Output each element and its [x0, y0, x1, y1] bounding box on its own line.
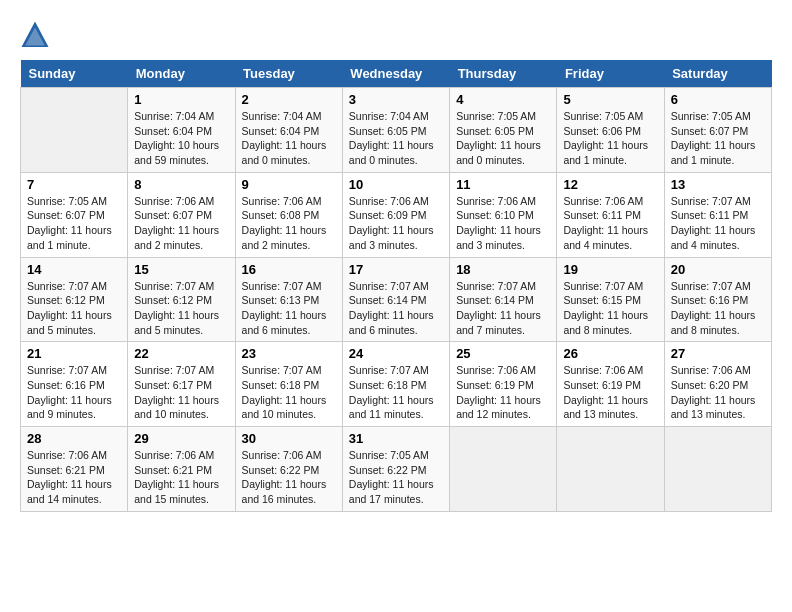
day-info: Sunrise: 7:07 AM Sunset: 6:16 PM Dayligh…	[671, 279, 765, 338]
day-info: Sunrise: 7:06 AM Sunset: 6:22 PM Dayligh…	[242, 448, 336, 507]
calendar-week-row: 21Sunrise: 7:07 AM Sunset: 6:16 PM Dayli…	[21, 342, 772, 427]
calendar-cell: 6Sunrise: 7:05 AM Sunset: 6:07 PM Daylig…	[664, 88, 771, 173]
day-number: 31	[349, 431, 443, 446]
day-number: 6	[671, 92, 765, 107]
calendar-cell: 1Sunrise: 7:04 AM Sunset: 6:04 PM Daylig…	[128, 88, 235, 173]
calendar-cell: 29Sunrise: 7:06 AM Sunset: 6:21 PM Dayli…	[128, 427, 235, 512]
day-number: 2	[242, 92, 336, 107]
header-thursday: Thursday	[450, 60, 557, 88]
calendar-cell: 8Sunrise: 7:06 AM Sunset: 6:07 PM Daylig…	[128, 172, 235, 257]
day-info: Sunrise: 7:06 AM Sunset: 6:10 PM Dayligh…	[456, 194, 550, 253]
calendar-cell: 18Sunrise: 7:07 AM Sunset: 6:14 PM Dayli…	[450, 257, 557, 342]
day-info: Sunrise: 7:06 AM Sunset: 6:20 PM Dayligh…	[671, 363, 765, 422]
day-info: Sunrise: 7:07 AM Sunset: 6:12 PM Dayligh…	[27, 279, 121, 338]
day-info: Sunrise: 7:06 AM Sunset: 6:19 PM Dayligh…	[563, 363, 657, 422]
calendar-cell: 9Sunrise: 7:06 AM Sunset: 6:08 PM Daylig…	[235, 172, 342, 257]
header-monday: Monday	[128, 60, 235, 88]
day-info: Sunrise: 7:05 AM Sunset: 6:07 PM Dayligh…	[671, 109, 765, 168]
calendar-cell: 22Sunrise: 7:07 AM Sunset: 6:17 PM Dayli…	[128, 342, 235, 427]
day-info: Sunrise: 7:05 AM Sunset: 6:07 PM Dayligh…	[27, 194, 121, 253]
calendar-week-row: 7Sunrise: 7:05 AM Sunset: 6:07 PM Daylig…	[21, 172, 772, 257]
calendar-week-row: 28Sunrise: 7:06 AM Sunset: 6:21 PM Dayli…	[21, 427, 772, 512]
calendar-cell: 27Sunrise: 7:06 AM Sunset: 6:20 PM Dayli…	[664, 342, 771, 427]
calendar-cell: 28Sunrise: 7:06 AM Sunset: 6:21 PM Dayli…	[21, 427, 128, 512]
day-number: 20	[671, 262, 765, 277]
calendar-cell: 4Sunrise: 7:05 AM Sunset: 6:05 PM Daylig…	[450, 88, 557, 173]
calendar-cell: 12Sunrise: 7:06 AM Sunset: 6:11 PM Dayli…	[557, 172, 664, 257]
calendar-week-row: 1Sunrise: 7:04 AM Sunset: 6:04 PM Daylig…	[21, 88, 772, 173]
calendar-cell: 16Sunrise: 7:07 AM Sunset: 6:13 PM Dayli…	[235, 257, 342, 342]
calendar-cell: 23Sunrise: 7:07 AM Sunset: 6:18 PM Dayli…	[235, 342, 342, 427]
day-info: Sunrise: 7:06 AM Sunset: 6:19 PM Dayligh…	[456, 363, 550, 422]
day-number: 25	[456, 346, 550, 361]
day-info: Sunrise: 7:07 AM Sunset: 6:11 PM Dayligh…	[671, 194, 765, 253]
calendar-cell: 25Sunrise: 7:06 AM Sunset: 6:19 PM Dayli…	[450, 342, 557, 427]
day-number: 24	[349, 346, 443, 361]
day-number: 10	[349, 177, 443, 192]
day-number: 15	[134, 262, 228, 277]
calendar-cell: 5Sunrise: 7:05 AM Sunset: 6:06 PM Daylig…	[557, 88, 664, 173]
day-number: 29	[134, 431, 228, 446]
calendar-cell: 11Sunrise: 7:06 AM Sunset: 6:10 PM Dayli…	[450, 172, 557, 257]
day-number: 18	[456, 262, 550, 277]
calendar-cell: 31Sunrise: 7:05 AM Sunset: 6:22 PM Dayli…	[342, 427, 449, 512]
day-number: 17	[349, 262, 443, 277]
day-number: 27	[671, 346, 765, 361]
header-saturday: Saturday	[664, 60, 771, 88]
day-number: 4	[456, 92, 550, 107]
day-info: Sunrise: 7:06 AM Sunset: 6:08 PM Dayligh…	[242, 194, 336, 253]
page-header	[20, 20, 772, 50]
day-info: Sunrise: 7:04 AM Sunset: 6:04 PM Dayligh…	[242, 109, 336, 168]
calendar-cell	[21, 88, 128, 173]
day-number: 19	[563, 262, 657, 277]
calendar-cell: 15Sunrise: 7:07 AM Sunset: 6:12 PM Dayli…	[128, 257, 235, 342]
day-number: 9	[242, 177, 336, 192]
day-info: Sunrise: 7:04 AM Sunset: 6:04 PM Dayligh…	[134, 109, 228, 168]
day-info: Sunrise: 7:04 AM Sunset: 6:05 PM Dayligh…	[349, 109, 443, 168]
day-info: Sunrise: 7:07 AM Sunset: 6:18 PM Dayligh…	[349, 363, 443, 422]
calendar-cell: 10Sunrise: 7:06 AM Sunset: 6:09 PM Dayli…	[342, 172, 449, 257]
calendar-cell: 3Sunrise: 7:04 AM Sunset: 6:05 PM Daylig…	[342, 88, 449, 173]
day-info: Sunrise: 7:07 AM Sunset: 6:17 PM Dayligh…	[134, 363, 228, 422]
day-number: 13	[671, 177, 765, 192]
day-info: Sunrise: 7:07 AM Sunset: 6:14 PM Dayligh…	[349, 279, 443, 338]
calendar-cell: 20Sunrise: 7:07 AM Sunset: 6:16 PM Dayli…	[664, 257, 771, 342]
day-info: Sunrise: 7:06 AM Sunset: 6:09 PM Dayligh…	[349, 194, 443, 253]
day-info: Sunrise: 7:07 AM Sunset: 6:12 PM Dayligh…	[134, 279, 228, 338]
day-number: 22	[134, 346, 228, 361]
calendar-header-row: SundayMondayTuesdayWednesdayThursdayFrid…	[21, 60, 772, 88]
calendar-cell: 2Sunrise: 7:04 AM Sunset: 6:04 PM Daylig…	[235, 88, 342, 173]
calendar-cell: 7Sunrise: 7:05 AM Sunset: 6:07 PM Daylig…	[21, 172, 128, 257]
calendar-cell	[664, 427, 771, 512]
day-number: 28	[27, 431, 121, 446]
logo-icon	[20, 20, 50, 50]
day-info: Sunrise: 7:07 AM Sunset: 6:14 PM Dayligh…	[456, 279, 550, 338]
calendar-cell: 13Sunrise: 7:07 AM Sunset: 6:11 PM Dayli…	[664, 172, 771, 257]
day-info: Sunrise: 7:07 AM Sunset: 6:18 PM Dayligh…	[242, 363, 336, 422]
calendar-table: SundayMondayTuesdayWednesdayThursdayFrid…	[20, 60, 772, 512]
day-info: Sunrise: 7:07 AM Sunset: 6:13 PM Dayligh…	[242, 279, 336, 338]
day-info: Sunrise: 7:06 AM Sunset: 6:11 PM Dayligh…	[563, 194, 657, 253]
day-info: Sunrise: 7:05 AM Sunset: 6:05 PM Dayligh…	[456, 109, 550, 168]
calendar-cell: 26Sunrise: 7:06 AM Sunset: 6:19 PM Dayli…	[557, 342, 664, 427]
day-info: Sunrise: 7:05 AM Sunset: 6:22 PM Dayligh…	[349, 448, 443, 507]
calendar-cell: 30Sunrise: 7:06 AM Sunset: 6:22 PM Dayli…	[235, 427, 342, 512]
day-number: 30	[242, 431, 336, 446]
calendar-week-row: 14Sunrise: 7:07 AM Sunset: 6:12 PM Dayli…	[21, 257, 772, 342]
calendar-cell: 19Sunrise: 7:07 AM Sunset: 6:15 PM Dayli…	[557, 257, 664, 342]
day-info: Sunrise: 7:07 AM Sunset: 6:15 PM Dayligh…	[563, 279, 657, 338]
day-number: 26	[563, 346, 657, 361]
day-number: 11	[456, 177, 550, 192]
day-number: 3	[349, 92, 443, 107]
day-number: 8	[134, 177, 228, 192]
day-number: 23	[242, 346, 336, 361]
day-number: 21	[27, 346, 121, 361]
header-tuesday: Tuesday	[235, 60, 342, 88]
header-wednesday: Wednesday	[342, 60, 449, 88]
day-number: 5	[563, 92, 657, 107]
day-number: 1	[134, 92, 228, 107]
day-info: Sunrise: 7:06 AM Sunset: 6:21 PM Dayligh…	[134, 448, 228, 507]
calendar-cell	[557, 427, 664, 512]
day-number: 7	[27, 177, 121, 192]
day-info: Sunrise: 7:06 AM Sunset: 6:07 PM Dayligh…	[134, 194, 228, 253]
